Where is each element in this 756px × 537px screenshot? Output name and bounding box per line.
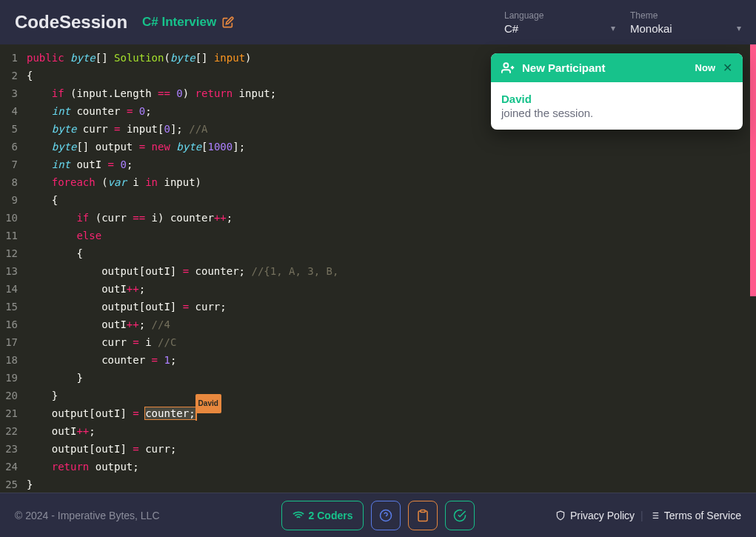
line-number: 18 bbox=[0, 351, 24, 369]
session-name[interactable]: C# Interview bbox=[142, 15, 234, 30]
session-name-text: C# Interview bbox=[142, 15, 216, 30]
line-number: 12 bbox=[0, 244, 24, 262]
line-number: 20 bbox=[0, 387, 24, 404]
line-number: 10 bbox=[0, 209, 24, 227]
coders-label: 2 Coders bbox=[309, 510, 353, 521]
code-line[interactable]: foreach (var i in input) bbox=[27, 173, 749, 191]
divider: | bbox=[640, 510, 643, 521]
code-line[interactable]: return output; bbox=[27, 458, 749, 476]
app-header: CodeSession C# Interview Language C# ▾ T… bbox=[0, 0, 756, 44]
line-number: 21 bbox=[0, 404, 24, 422]
line-number: 4 bbox=[0, 102, 24, 120]
toast-message: joined the session. bbox=[501, 107, 732, 119]
language-dropdown[interactable]: Language C# ▾ bbox=[504, 10, 615, 35]
check-circle-icon bbox=[453, 509, 466, 522]
line-number: 2 bbox=[0, 67, 24, 84]
code-line[interactable]: outI++; bbox=[27, 280, 749, 298]
close-icon[interactable]: ✕ bbox=[723, 61, 732, 75]
run-button[interactable] bbox=[445, 501, 475, 530]
scrollbar-thumb[interactable] bbox=[750, 44, 756, 296]
edit-icon[interactable] bbox=[222, 16, 234, 28]
code-line[interactable]: outI++; //4 bbox=[27, 316, 749, 333]
app-logo: CodeSession bbox=[15, 12, 127, 33]
svg-point-0 bbox=[504, 63, 508, 67]
app-footer: © 2024 - Imperative Bytes, LLC 2 Coders … bbox=[0, 493, 756, 537]
line-number: 1 bbox=[0, 49, 24, 67]
theme-dropdown[interactable]: Theme Monokai ▾ bbox=[630, 10, 741, 35]
scrollbar-track[interactable] bbox=[749, 44, 756, 493]
clipboard-icon bbox=[416, 509, 429, 522]
privacy-link[interactable]: Privacy Policy bbox=[555, 510, 635, 521]
user-plus-icon bbox=[501, 61, 515, 75]
theme-value: Monokai bbox=[630, 22, 672, 35]
line-number: 16 bbox=[0, 316, 24, 333]
code-line[interactable]: curr = i //C bbox=[27, 333, 749, 351]
code-line[interactable]: } bbox=[27, 369, 749, 387]
line-number: 17 bbox=[0, 333, 24, 351]
shield-icon bbox=[555, 510, 566, 521]
line-number: 8 bbox=[0, 173, 24, 191]
copyright: © 2024 - Imperative Bytes, LLC bbox=[15, 510, 160, 521]
toast-header: New Participant Now ✕ bbox=[491, 53, 743, 82]
code-line[interactable]: } bbox=[27, 387, 749, 404]
line-number: 19 bbox=[0, 369, 24, 387]
code-line[interactable]: if (curr == i) counter++; bbox=[27, 209, 749, 227]
code-line[interactable]: output[outI] = counter; //{1, A, 3, B, bbox=[27, 262, 749, 280]
chevron-down-icon: ▾ bbox=[611, 23, 615, 33]
code-line[interactable]: byte[] output = new byte[1000]; bbox=[27, 138, 749, 156]
code-line[interactable]: int outI = 0; bbox=[27, 156, 749, 173]
code-line[interactable]: { bbox=[27, 191, 749, 209]
line-number: 11 bbox=[0, 227, 24, 244]
coders-count[interactable]: 2 Coders bbox=[281, 501, 364, 530]
line-number: 14 bbox=[0, 280, 24, 298]
line-number: 6 bbox=[0, 138, 24, 156]
participant-toast: New Participant Now ✕ David joined the s… bbox=[491, 53, 743, 130]
terms-text: Terms of Service bbox=[664, 510, 741, 521]
toast-user: David bbox=[501, 93, 732, 105]
line-number: 5 bbox=[0, 120, 24, 138]
chevron-down-icon: ▾ bbox=[737, 23, 741, 33]
line-number: 9 bbox=[0, 191, 24, 209]
code-line[interactable]: outI++; bbox=[27, 422, 749, 440]
code-line[interactable]: output[outI] = counter;David bbox=[27, 404, 749, 422]
code-line[interactable]: else bbox=[27, 227, 749, 244]
code-line[interactable]: } bbox=[27, 476, 749, 493]
line-number: 23 bbox=[0, 440, 24, 458]
toast-time: Now bbox=[695, 62, 715, 73]
toast-body: David joined the session. bbox=[491, 82, 743, 130]
code-line[interactable]: { bbox=[27, 244, 749, 262]
privacy-text: Privacy Policy bbox=[570, 510, 635, 521]
svg-rect-6 bbox=[421, 510, 425, 512]
code-line[interactable]: output[outI] = curr; bbox=[27, 298, 749, 316]
code-line[interactable]: output[outI] = curr; bbox=[27, 440, 749, 458]
line-number: 7 bbox=[0, 156, 24, 173]
help-button[interactable] bbox=[371, 501, 401, 530]
line-number: 25 bbox=[0, 476, 24, 493]
clipboard-button[interactable] bbox=[408, 501, 438, 530]
help-icon bbox=[379, 509, 392, 522]
participant-cursor: David bbox=[195, 407, 197, 421]
theme-label: Theme bbox=[630, 10, 741, 21]
wifi-icon bbox=[292, 510, 304, 521]
line-number: 3 bbox=[0, 84, 24, 102]
line-number: 24 bbox=[0, 458, 24, 476]
line-number: 15 bbox=[0, 298, 24, 316]
terms-link[interactable]: Terms of Service bbox=[649, 510, 741, 521]
language-label: Language bbox=[504, 10, 615, 21]
language-value: C# bbox=[504, 22, 518, 35]
line-gutter: 1234567891011121314151617181920212223242… bbox=[0, 44, 24, 493]
line-number: 22 bbox=[0, 422, 24, 440]
line-number: 13 bbox=[0, 262, 24, 280]
participant-cursor-label: David bbox=[195, 394, 221, 413]
toast-title: New Participant bbox=[522, 61, 688, 74]
list-icon bbox=[649, 510, 660, 521]
code-line[interactable]: counter = 1; bbox=[27, 351, 749, 369]
